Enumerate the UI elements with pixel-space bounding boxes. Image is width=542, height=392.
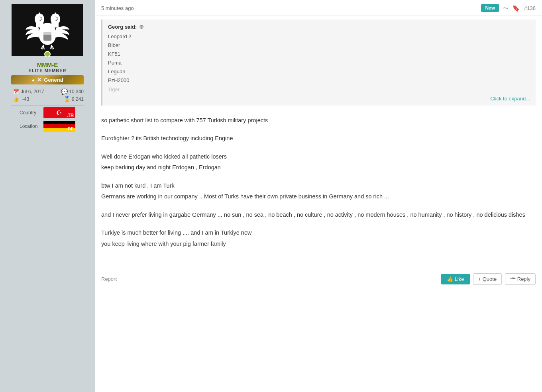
- calendar-icon: 📅: [11, 89, 21, 94]
- message-icon: 💬: [59, 88, 69, 95]
- quote-block: Georg said: ⊕ Leopard 2 Biber KF51 Puma …: [101, 20, 536, 106]
- badge-icon-left: ⬧: [31, 77, 35, 83]
- post-paragraph-6: Turkiye is much better for living .... a…: [101, 227, 536, 249]
- reply-icon: ❝❝: [510, 276, 516, 282]
- like-icon: 👍: [447, 276, 453, 282]
- post-body: so pathetic short list to compare with 7…: [95, 111, 542, 265]
- quote-item-6: PzH2000: [108, 76, 530, 85]
- quote-expand-icon[interactable]: ⊕: [139, 24, 144, 30]
- quote-author: Georg said: ⊕: [108, 24, 530, 30]
- sidebar: ☽ ☽: [0, 0, 95, 392]
- location-code: .DE: [67, 126, 74, 131]
- like-label: Like: [455, 276, 464, 282]
- report-link[interactable]: Report: [101, 276, 117, 282]
- post-time: 5 minutes ago: [101, 5, 134, 11]
- post-paragraph-1: so pathetic short list to compare with 7…: [101, 115, 536, 126]
- reaction-icon: 🏅: [62, 96, 72, 102]
- location-label: Location: [20, 123, 43, 129]
- country-label: Country: [20, 110, 43, 116]
- post-header: 5 minutes ago New ⤳ 🔖 #136: [95, 0, 542, 16]
- post-paragraph-3: Well done Erdogan who kicked all patheti…: [101, 151, 536, 173]
- location-row: Location .DE: [20, 121, 75, 132]
- quote-button[interactable]: + Quote: [473, 273, 502, 285]
- rank-label: General: [44, 77, 63, 83]
- post-paragraph-2: Eurofighter ? its British technology inc…: [101, 133, 536, 144]
- username[interactable]: MMM-E: [37, 61, 58, 68]
- thumbs-up-icon: 👍: [11, 96, 21, 102]
- reaction-score: 9,241: [72, 96, 84, 102]
- quote-item-7: Tiger: [108, 85, 530, 94]
- svg-text:☽: ☽: [53, 16, 59, 22]
- country-row: Country .TR: [20, 107, 75, 118]
- svg-rect-10: [43, 32, 51, 35]
- click-expand[interactable]: Click to expand...: [108, 94, 530, 102]
- country-code: .TR: [67, 113, 74, 118]
- svg-rect-3: [36, 22, 43, 27]
- avatar-image: ☽ ☽: [24, 8, 71, 52]
- online-status-indicator: [44, 51, 51, 57]
- stats-row-likes: 👍 -43 🏅 9,241: [11, 96, 84, 102]
- quote-item-5: Leguan: [108, 67, 530, 76]
- quote-item-4: Puma: [108, 59, 530, 67]
- stats-row-join: 📅 Jul 6, 2017 💬 10,340: [11, 88, 84, 95]
- reply-label: Reply: [517, 276, 530, 282]
- svg-line-13: [43, 45, 44, 49]
- join-date: Jul 6, 2017: [21, 89, 59, 94]
- like-button[interactable]: 👍 Like: [441, 274, 470, 284]
- post-paragraph-4: btw I am not kurd , I am Turk Germans ar…: [101, 180, 536, 202]
- reply-button[interactable]: ❝❝ Reply: [505, 273, 536, 285]
- location-flag-de: .DE: [43, 121, 75, 132]
- share-icon[interactable]: ⤳: [503, 4, 508, 12]
- post-actions: New ⤳ 🔖 #136: [481, 4, 536, 12]
- avatar-container: ☽ ☽: [12, 4, 83, 56]
- svg-rect-4: [51, 22, 59, 27]
- divider: [11, 105, 84, 106]
- quote-item-1: Leopard 2: [108, 32, 530, 41]
- badge-icon-x: ✕: [37, 77, 41, 83]
- likes-count: -43: [21, 96, 62, 102]
- country-flag-tr: .TR: [43, 107, 75, 118]
- quote-content: Leopard 2 Biber KF51 Puma Leguan PzH2000…: [108, 32, 530, 94]
- post-paragraph-5: and I never prefer living in gargabe Ger…: [101, 210, 536, 221]
- bookmark-icon[interactable]: 🔖: [512, 4, 520, 12]
- rank-title: ELITE MEMBER: [28, 68, 66, 73]
- quote-item-3: KF51: [108, 50, 530, 59]
- quote-author-name: Georg said:: [108, 24, 137, 30]
- rank-badge: ⬧ ✕ General: [11, 75, 84, 84]
- post-number: #136: [524, 5, 536, 11]
- messages-count: 10,340: [69, 89, 84, 94]
- footer-buttons: 👍 Like + Quote ❝❝ Reply: [441, 273, 536, 285]
- quote-item-2: Biber: [108, 41, 530, 50]
- new-badge: New: [481, 4, 499, 12]
- post-container: 5 minutes ago New ⤳ 🔖 #136 Georg said: ⊕…: [95, 0, 542, 392]
- post-footer: Report 👍 Like + Quote ❝❝ Reply: [95, 269, 542, 289]
- svg-text:☽: ☽: [37, 16, 43, 22]
